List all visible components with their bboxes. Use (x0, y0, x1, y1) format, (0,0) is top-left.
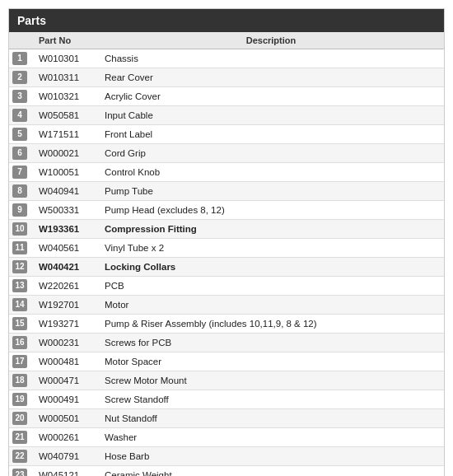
row-number-cell: 19 (9, 390, 32, 409)
row-number-cell: 12 (9, 258, 32, 277)
description-cell: Compression Fitting (98, 220, 444, 239)
row-number-badge: 6 (12, 147, 27, 160)
row-number-cell: 7 (9, 163, 32, 182)
description-cell: Pump & Riser Assembly (includes 10,11,9,… (98, 315, 444, 334)
row-number-cell: 11 (9, 239, 32, 258)
row-number-cell: 5 (9, 125, 32, 144)
table-row: 1W010301Chassis (9, 49, 444, 68)
description-cell: Acrylic Cover (98, 87, 444, 106)
part-number-cell: W193361 (32, 220, 98, 239)
row-number-badge: 21 (12, 431, 27, 444)
part-number-cell: W171511 (32, 125, 98, 144)
part-number-cell: W010301 (32, 49, 98, 68)
table-row: 18W000471Screw Motor Mount (9, 371, 444, 390)
description-cell: Pump Tube (98, 182, 444, 201)
part-number-cell: W040941 (32, 182, 98, 201)
row-number-cell: 4 (9, 106, 32, 125)
row-number-cell: 9 (9, 201, 32, 220)
description-cell: Screws for PCB (98, 334, 444, 352)
row-number-badge: 23 (12, 469, 27, 476)
row-number-badge: 12 (12, 260, 27, 273)
row-number-cell: 14 (9, 296, 32, 315)
table-row: 8W040941Pump Tube (9, 182, 444, 201)
part-number-cell: W000231 (32, 334, 98, 352)
row-number-badge: 16 (12, 336, 27, 349)
description-cell: Screw Motor Mount (98, 371, 444, 390)
part-number-cell: W010321 (32, 87, 98, 106)
parts-table-wrapper: Parts Part No Description 1W010301Chassi… (8, 8, 445, 476)
row-number-badge: 4 (12, 109, 27, 122)
col-header-num (9, 32, 32, 49)
description-cell: Control Knob (98, 163, 444, 182)
description-cell: Screw Standoff (98, 390, 444, 409)
row-number-badge: 22 (12, 450, 27, 463)
table-row: 13W220261PCB (9, 277, 444, 296)
table-row: 15W193271Pump & Riser Assembly (includes… (9, 315, 444, 334)
row-number-badge: 7 (12, 166, 27, 179)
table-header-row: Part No Description (9, 32, 444, 49)
row-number-badge: 15 (12, 317, 27, 330)
row-number-cell: 17 (9, 352, 32, 371)
description-cell: Nut Standoff (98, 409, 444, 428)
table-row: 14W192701Motor (9, 296, 444, 315)
row-number-badge: 8 (12, 184, 27, 198)
table-row: 11W040561Vinyl Tube x 2 (9, 239, 444, 258)
part-number-cell: W040421 (32, 258, 98, 277)
table-row: 4W050581Input Cable (9, 106, 444, 125)
row-number-badge: 14 (12, 298, 27, 311)
part-number-cell: W040791 (32, 447, 98, 466)
row-number-badge: 13 (12, 279, 27, 292)
row-number-cell: 21 (9, 428, 32, 447)
col-header-description: Description (98, 32, 444, 49)
row-number-badge: 17 (12, 355, 27, 368)
row-number-cell: 1 (9, 49, 32, 68)
row-number-cell: 6 (9, 144, 32, 163)
part-number-cell: W000471 (32, 371, 98, 390)
description-cell: Cord Grip (98, 144, 444, 163)
row-number-badge: 5 (12, 128, 27, 141)
row-number-cell: 20 (9, 409, 32, 428)
part-number-cell: W500331 (32, 201, 98, 220)
part-number-cell: W192701 (32, 296, 98, 315)
part-number-cell: W220261 (32, 277, 98, 296)
main-container: Parts Part No Description 1W010301Chassi… (0, 0, 453, 476)
col-header-part-no: Part No (32, 32, 98, 49)
description-cell: Input Cable (98, 106, 444, 125)
description-cell: Chassis (98, 49, 444, 68)
row-number-cell: 8 (9, 182, 32, 201)
parts-table: Part No Description 1W010301Chassis2W010… (9, 32, 444, 476)
row-number-cell: 18 (9, 371, 32, 390)
row-number-badge: 20 (12, 412, 27, 425)
row-number-badge: 11 (12, 241, 27, 254)
description-cell: Motor (98, 296, 444, 315)
description-cell: Hose Barb (98, 447, 444, 466)
table-row: 22W040791Hose Barb (9, 447, 444, 466)
row-number-badge: 3 (12, 90, 27, 103)
row-number-cell: 2 (9, 68, 32, 87)
row-number-badge: 10 (12, 222, 27, 236)
table-title: Parts (9, 9, 444, 32)
part-number-cell: W000501 (32, 409, 98, 428)
part-number-cell: W000021 (32, 144, 98, 163)
table-row: 19W000491Screw Standoff (9, 390, 444, 409)
row-number-cell: 13 (9, 277, 32, 296)
part-number-cell: W040561 (32, 239, 98, 258)
part-number-cell: W000481 (32, 352, 98, 371)
table-row: 6W000021Cord Grip (9, 144, 444, 163)
row-number-cell: 16 (9, 334, 32, 352)
row-number-badge: 2 (12, 71, 27, 84)
table-row: 9W500331Pump Head (excludes 8, 12) (9, 201, 444, 220)
table-row: 21W000261Washer (9, 428, 444, 447)
row-number-cell: 22 (9, 447, 32, 466)
description-cell: Motor Spacer (98, 352, 444, 371)
part-number-cell: W193271 (32, 315, 98, 334)
description-cell: Ceramic Weight (98, 466, 444, 477)
description-cell: Washer (98, 428, 444, 447)
row-number-cell: 10 (9, 220, 32, 239)
description-cell: PCB (98, 277, 444, 296)
part-number-cell: W050581 (32, 106, 98, 125)
row-number-cell: 3 (9, 87, 32, 106)
row-number-cell: 15 (9, 315, 32, 334)
description-cell: Rear Cover (98, 68, 444, 87)
row-number-cell: 23 (9, 466, 32, 477)
